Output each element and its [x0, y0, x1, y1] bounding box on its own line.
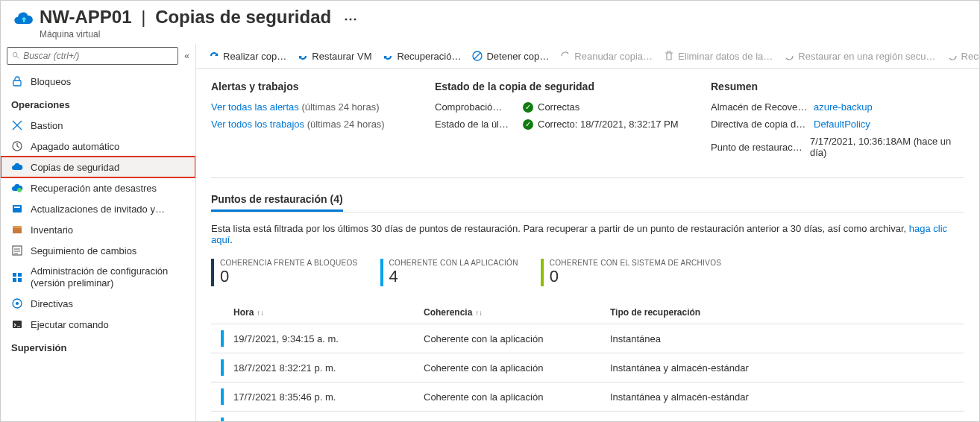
- sidebar-item-inventario[interactable]: Inventario: [1, 219, 195, 240]
- table-row[interactable]: 17/7/2021 8:35:46 p. m.Coherente con la …: [211, 382, 964, 411]
- lock-icon: [11, 75, 23, 87]
- svg-rect-11: [18, 273, 22, 277]
- svg-rect-10: [13, 273, 16, 277]
- stop-backup-button[interactable]: Detener cop…: [471, 50, 549, 62]
- last-value: Correcto: 18/7/2021, 8:32:17 PM: [538, 119, 679, 130]
- status-heading: Estado de la copia de seguridad: [435, 81, 681, 92]
- svg-point-4: [17, 188, 22, 192]
- row-coherence: Coherente con la aplicación: [424, 362, 588, 374]
- sidebar-item-label: Seguimiento de cambios: [31, 245, 136, 256]
- sidebar-item-seguimiento[interactable]: Seguimiento de cambios: [1, 240, 195, 261]
- sidebar-item-label: Copias de seguridad: [31, 162, 119, 173]
- title-separator: |: [136, 7, 150, 27]
- col-time-header[interactable]: Hora↑↓: [233, 307, 401, 318]
- backup-now-button[interactable]: Realizar cop…: [208, 50, 286, 62]
- restore-points-table: Hora↑↓ Coherencia↑↓ Tipo de recuperación…: [211, 301, 964, 422]
- row-type: Instantánea y almacén-estándar: [610, 362, 964, 374]
- consistency-indicator: [221, 388, 224, 405]
- sidebar-item-label: Ejecutar comando: [31, 319, 109, 330]
- sidebar: « Bloqueos Operaciones Bastion Apagado a…: [1, 44, 196, 422]
- row-time: 19/7/2021, 9:34:15 a. m.: [233, 333, 401, 344]
- svg-rect-2: [13, 81, 21, 86]
- restore-region-button: Restaurar en una región secu…: [783, 50, 935, 62]
- svg-rect-12: [13, 278, 16, 282]
- sidebar-item-updates[interactable]: Actualizaciones de invitado y…: [1, 198, 195, 219]
- rp-value: 7/17/2021, 10:36:18AM (hace un día): [810, 136, 964, 158]
- recovery-button[interactable]: Recuperació…: [382, 50, 461, 62]
- row-coherence: Coherente con la aplicación: [424, 391, 588, 403]
- bastion-icon: [11, 119, 23, 131]
- backup-icon: [11, 161, 23, 173]
- sidebar-item-label: Recuperación ante desastres: [31, 183, 157, 194]
- restore-vm-button[interactable]: Restaurar VM: [297, 50, 371, 62]
- resume-icon: [559, 50, 571, 62]
- table-row[interactable]: 7/17/2021, 10:36:18AMCoherente con la ap…: [211, 411, 964, 422]
- sidebar-item-copias-seguridad[interactable]: Copias de seguridad: [1, 157, 195, 177]
- policy-key: Directiva de copia d…: [711, 119, 808, 130]
- search-input[interactable]: [23, 51, 173, 61]
- sidebar-item-config[interactable]: Administración de configuración (versión…: [1, 261, 195, 293]
- last-key: Estado de la úl…: [435, 119, 517, 130]
- recover-button: Recuperar: [946, 50, 979, 62]
- more-menu-icon[interactable]: ⋯: [344, 11, 357, 26]
- sidebar-section-operaciones: Operaciones: [1, 92, 195, 115]
- sidebar-item-bastion[interactable]: Bastion: [1, 115, 195, 136]
- vault-link[interactable]: azure-backup: [814, 101, 873, 113]
- sidebar-item-label: Bloqueos: [31, 76, 71, 87]
- view-all-jobs-link[interactable]: Ver todos los trabajos: [211, 119, 304, 130]
- jobs-suffix: (últimas 24 horas): [307, 119, 385, 130]
- sidebar-search[interactable]: [7, 47, 178, 65]
- changes-icon: [11, 245, 23, 256]
- svg-rect-5: [13, 205, 22, 212]
- svg-line-18: [474, 53, 480, 59]
- svg-rect-7: [13, 228, 22, 233]
- disaster-recovery-icon: [11, 182, 23, 194]
- svg-point-15: [16, 302, 19, 305]
- blade-title: Copias de seguridad: [155, 7, 331, 27]
- row-coherence: Coherente con la aplicación: [424, 333, 588, 344]
- svg-rect-8: [13, 226, 22, 228]
- clock-icon: [11, 140, 23, 152]
- rp-key: Punto de restauració…: [711, 142, 804, 153]
- row-time: 17/7/2021 8:35:46 p. m.: [233, 391, 401, 403]
- svg-point-0: [13, 52, 17, 57]
- sidebar-item-label: Inventario: [31, 224, 73, 236]
- backup-now-icon: [208, 50, 220, 62]
- sidebar-item-ejecutar[interactable]: Ejecutar comando: [1, 314, 195, 335]
- sidebar-item-bloqueos[interactable]: Bloqueos: [1, 71, 195, 92]
- row-type: Instantánea y almacén-estándar: [610, 391, 964, 403]
- sidebar-item-directivas[interactable]: Directivas: [1, 293, 195, 314]
- table-row[interactable]: 18/7/2021 8:32:21 p. m.Coherente con la …: [211, 353, 964, 382]
- counter-fs[interactable]: COHERENTE CON EL SISTEMA DE ARCHIVOS 0: [541, 259, 721, 286]
- undo-icon: [382, 50, 394, 62]
- counter-crash[interactable]: COHERENCIA FRENTE A BLOQUEOS 0: [211, 259, 358, 286]
- sidebar-item-dr[interactable]: Recuperación ante desastres: [1, 177, 195, 198]
- svg-line-1: [16, 56, 19, 58]
- delete-backup-button: Eliminar datos de la…: [663, 50, 773, 62]
- toolbar: Realizar cop… Restaurar VM Recuperació… …: [196, 44, 979, 69]
- updates-icon: [11, 203, 23, 215]
- col-coh-header[interactable]: Coherencia↑↓: [424, 307, 588, 318]
- restore-points-tab[interactable]: Puntos de restauración (4): [211, 193, 343, 212]
- consistency-indicator: [221, 418, 224, 422]
- config-icon: [11, 271, 23, 283]
- table-row[interactable]: 19/7/2021, 9:34:15 a. m.Coherente con la…: [211, 324, 964, 353]
- success-icon: ✓: [523, 102, 533, 113]
- view-all-alerts-link[interactable]: Ver todas las alertas: [211, 101, 299, 113]
- vault-key: Almacén de Recove…: [711, 101, 808, 113]
- sidebar-nav: Bloqueos Operaciones Bastion Apagado aut…: [1, 68, 195, 422]
- resource-name: NW-APP01: [40, 7, 132, 27]
- resume-backup-button: Reanudar copia…: [559, 50, 653, 62]
- alerts-heading: Alertas y trabajos: [211, 81, 405, 92]
- check-value: Correctas: [538, 101, 579, 113]
- collapse-sidebar-icon[interactable]: «: [184, 51, 189, 61]
- sidebar-item-apagado[interactable]: Apagado automático: [1, 136, 195, 157]
- policy-link[interactable]: DefaultPolicy: [814, 119, 870, 130]
- row-type: Instantánea: [610, 333, 964, 344]
- sort-icon: ↑↓: [475, 309, 483, 317]
- counter-app[interactable]: COHERENTE CON LA APLICACIÓN 4: [380, 259, 518, 286]
- success-icon: ✓: [523, 119, 533, 130]
- row-time: 18/7/2021 8:32:21 p. m.: [233, 362, 401, 374]
- col-type-header[interactable]: Tipo de recuperación: [610, 307, 964, 318]
- sidebar-item-label: Bastion: [31, 120, 63, 131]
